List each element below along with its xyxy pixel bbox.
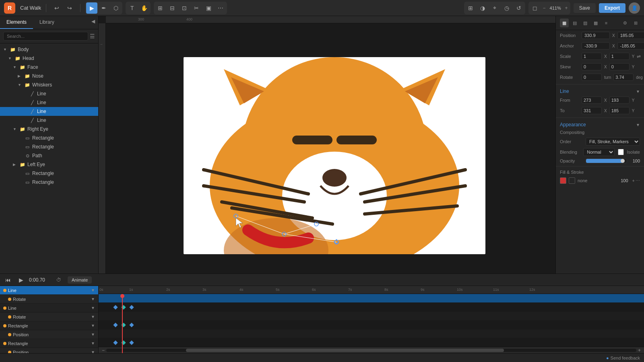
timeline-start-btn[interactable]: ⏮	[3, 275, 13, 285]
diamond-p1-3[interactable]	[129, 340, 134, 345]
tl-expand-line[interactable]: ▼	[91, 288, 95, 292]
panel-icon-btn-2[interactable]: ▤	[570, 19, 579, 27]
order-select[interactable]: Fill, Stroke, Markers	[586, 138, 640, 146]
line-section-toggle[interactable]: ▼	[636, 89, 640, 94]
tl-label-rect1[interactable]: Rectangle ▼	[0, 321, 98, 330]
group-tool[interactable]: ▣	[203, 2, 214, 14]
select-tool[interactable]: ▶	[86, 2, 97, 14]
tree-item-right-eye[interactable]: ▼ 📁 Right Eye	[0, 125, 98, 134]
timer-tool[interactable]: ◷	[501, 2, 512, 14]
scale-x-input[interactable]	[582, 53, 602, 60]
anchor-x-input[interactable]	[582, 42, 610, 49]
panel-gear-icon[interactable]: ⚙	[621, 19, 630, 27]
diamond-r2-1[interactable]	[113, 323, 118, 327]
undo-button[interactable]: ↩	[51, 2, 62, 14]
snap-tool[interactable]: ⌖	[489, 2, 500, 14]
tl-expand-rotate2[interactable]: ▼	[91, 315, 95, 319]
tree-item-whiskers[interactable]: ▼ 📁 Whiskers	[0, 80, 98, 89]
list-menu-icon[interactable]: ☰	[90, 33, 95, 39]
grid-tool[interactable]: ⊞	[465, 2, 476, 14]
zoom-plus[interactable]: +	[564, 5, 570, 11]
position-x-input[interactable]	[582, 32, 610, 39]
tree-item-left-eye[interactable]: ▶ 📁 Left Eye	[0, 160, 98, 169]
skew-x-input[interactable]	[582, 63, 602, 70]
mask-tool[interactable]: ◻	[529, 2, 541, 14]
tab-library[interactable]: Library	[33, 16, 61, 29]
rotate-value-input[interactable]	[582, 74, 602, 81]
tree-item-line1[interactable]: ╱ Line	[0, 89, 98, 98]
tl-expand-line2[interactable]: ▼	[91, 306, 95, 310]
tl-label-pos1[interactable]: Position ▼	[0, 330, 98, 339]
tl-label-rotate2[interactable]: Rotate ▼	[0, 313, 98, 321]
text-tool[interactable]: T	[126, 2, 138, 14]
from-x-input[interactable]	[582, 97, 602, 104]
panel-icon-btn-5[interactable]: ≡	[602, 19, 611, 27]
tl-label-rotate1[interactable]: Rotate ▼	[0, 295, 98, 304]
tl-expand-pos2[interactable]: ▼	[91, 350, 95, 353]
from-y-input[interactable]	[609, 97, 630, 104]
tree-item-rect3[interactable]: ▭ Rectangle	[0, 169, 98, 178]
panel-icon-btn-3[interactable]: ▧	[581, 19, 590, 27]
diamond-r2-3[interactable]	[129, 323, 134, 327]
tab-elements[interactable]: Elements	[0, 16, 33, 29]
tree-item-rect4[interactable]: ▭ Rectangle	[0, 178, 98, 187]
tree-item-face[interactable]: ▼ 📁 Face	[0, 63, 98, 72]
frame-tool[interactable]: ⊡	[179, 2, 190, 14]
tl-expand-rect1[interactable]: ▼	[91, 323, 95, 328]
tree-item-line2[interactable]: ╱ Line	[0, 98, 98, 107]
tree-item-rect2[interactable]: ▭ Rectangle	[0, 142, 98, 151]
blending-select[interactable]: Normal Multiply Screen Overlay	[583, 148, 615, 156]
tree-item-nose[interactable]: ▶ 📁 Nose	[0, 72, 98, 80]
scale-y-input[interactable]	[609, 53, 630, 60]
color-tool[interactable]: ◑	[477, 2, 488, 14]
avatar[interactable]: 👤	[629, 2, 640, 14]
panel-icon-btn-4[interactable]: ▩	[591, 19, 600, 27]
diamond-r1-1[interactable]	[113, 305, 118, 309]
timeline-zoom-minus[interactable]: −	[100, 348, 106, 353]
tl-expand-rect2[interactable]: ▼	[91, 341, 95, 346]
rotate-deg-input[interactable]	[613, 74, 634, 81]
link-icon[interactable]: ⇌	[637, 53, 641, 59]
track-rotate2[interactable]	[99, 321, 644, 329]
to-x-input[interactable]	[582, 107, 602, 114]
tl-expand-pos1[interactable]: ▼	[91, 332, 95, 337]
tree-item-body[interactable]: ▼ 📁 Body	[0, 45, 98, 54]
appearance-toggle[interactable]: ▼	[636, 123, 640, 127]
anchor-y-input[interactable]	[617, 42, 644, 49]
tree-item-line3[interactable]: ╱ Line	[0, 107, 98, 116]
opacity-slider[interactable]	[586, 158, 627, 163]
tree-item-line4[interactable]: ╱ Line	[0, 116, 98, 125]
loop-tool[interactable]: ↺	[513, 2, 524, 14]
zoom-minus[interactable]: −	[541, 5, 547, 11]
shape-tool[interactable]: ⬡	[110, 2, 122, 14]
panel-expand-icon[interactable]: ⊞	[631, 19, 640, 27]
fill-add-btn[interactable]: +	[632, 178, 635, 183]
fps-icon[interactable]: ⏱	[56, 277, 61, 283]
pen-tool[interactable]: ✒	[98, 2, 109, 14]
position-y-input[interactable]	[617, 32, 644, 39]
track-line[interactable]	[99, 294, 644, 303]
diamond-p1-2[interactable]	[121, 340, 126, 345]
more-tool[interactable]: ⋯	[215, 2, 226, 14]
fill-options-btn[interactable]: ⋯	[636, 178, 640, 183]
align-tool[interactable]: ⊞	[155, 2, 166, 14]
panel-icon-btn-1[interactable]: ▦	[560, 19, 569, 27]
tree-item-rect1[interactable]: ▭ Rectangle	[0, 134, 98, 142]
tree-item-path[interactable]: ⊙ Path	[0, 151, 98, 160]
tl-label-rect2[interactable]: Rectangle ▼	[0, 339, 98, 348]
to-y-input[interactable]	[609, 107, 630, 114]
tl-label-line2[interactable]: Line ▼	[0, 304, 98, 313]
search-input[interactable]	[3, 32, 88, 41]
distribute-tool[interactable]: ⊟	[167, 2, 178, 14]
redo-button[interactable]: ↪	[64, 2, 75, 14]
panel-collapse-btn[interactable]: ◀	[88, 16, 98, 29]
save-button[interactable]: Save	[574, 3, 596, 13]
timeline-play-btn[interactable]: ▶	[16, 275, 26, 285]
stroke-color-swatch[interactable]	[569, 177, 575, 184]
animate-button[interactable]: Animate	[68, 276, 92, 284]
tl-label-line[interactable]: Line ▼	[0, 286, 98, 295]
diamond-p1-1[interactable]	[113, 340, 118, 345]
fill-color-swatch[interactable]	[560, 177, 566, 184]
hand-tool[interactable]: ✋	[138, 2, 150, 14]
tl-expand-rotate1[interactable]: ▼	[91, 297, 95, 301]
